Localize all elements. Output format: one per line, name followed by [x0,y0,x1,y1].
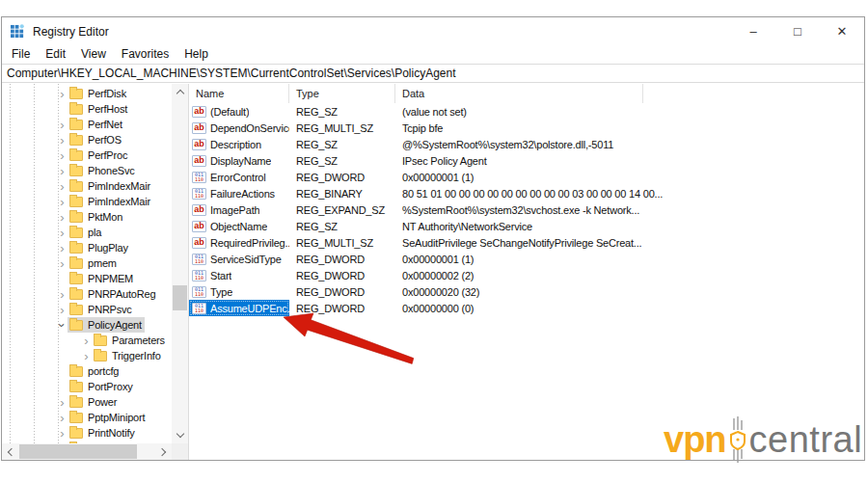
tree-item-perfproc[interactable]: PerfProc [2,147,172,163]
menu-item-file[interactable]: File [4,45,38,64]
tree-item-plugplay[interactable]: PlugPlay [2,240,172,255]
tree-item-policyagent[interactable]: PolicyAgent [2,317,172,333]
chevron-right-icon[interactable] [57,181,68,192]
chevron-right-icon[interactable] [57,89,68,99]
chevron-right-icon[interactable] [57,413,68,423]
folder-icon [69,166,83,176]
folder-icon [94,335,107,346]
value-row-type[interactable]: 011110TypeREG_DWORD0x00000020 (32) [189,283,864,300]
chevron-right-icon[interactable] [81,335,92,346]
registry-tree-panel: PerfDiskPerfHostPerfNetPerfOSPerfProcPho… [2,84,189,460]
maximize-button[interactable]: □ [775,17,820,45]
value-row-errorcontrol[interactable]: 011110ErrorControlREG_DWORD0x00000001 (1… [189,169,864,185]
chevron-right-icon[interactable] [57,197,68,207]
value-name: Description [210,139,261,150]
tree-item-power[interactable]: Power [2,394,172,410]
value-row--default-[interactable]: ab(Default)REG_SZ(value not set) [189,103,864,120]
tree-item-perfnet[interactable]: PerfNet [2,117,172,132]
chevron-right-icon[interactable] [57,120,68,130]
column-header-type[interactable]: Type [289,84,395,103]
value-name-cell: 011110FailureActions [189,185,289,201]
value-row-imagepath[interactable]: abImagePathREG_EXPAND_SZ%SystemRoot%\sys… [189,201,864,218]
tree-item-pnpmem[interactable]: PNPMEM [2,271,172,286]
tree-item-pla[interactable]: pla [2,225,172,240]
menu-item-view[interactable]: View [73,45,114,64]
address-bar-input[interactable]: Computer\HKEY_LOCAL_MACHINE\SYSTEM\Curre… [2,64,864,83]
tree-item-phonesvc[interactable]: PhoneSvc [2,163,172,178]
chevron-right-icon[interactable] [57,428,68,439]
value-row-start[interactable]: 011110StartREG_DWORD0x00000002 (2) [189,267,864,283]
chevron-right-icon[interactable] [57,397,68,408]
chevron-right-icon[interactable] [57,228,68,238]
tree-item-portproxy[interactable]: PortProxy [2,379,172,394]
tree-item-triggerinfo[interactable]: TriggerInfo [2,348,172,363]
tree-item-perfdisk[interactable]: PerfDisk [2,86,172,101]
menu-item-favorites[interactable]: Favorites [114,45,176,64]
value-data: (value not set) [395,106,864,118]
chevron-right-icon[interactable] [57,212,68,223]
folder-icon [94,351,107,362]
tree-item-portcfg[interactable]: portcfg [2,363,172,379]
watermark-central-text: central [749,419,863,461]
tree-item-pimindexmair[interactable]: PimIndexMair [2,194,172,209]
horizontal-scroll-thumb[interactable] [19,444,137,459]
chevron-right-icon[interactable] [81,351,92,362]
value-name: (Default) [210,106,249,118]
folder-icon [69,305,83,315]
value-row-dependonservice[interactable]: abDependOnServiceREG_MULTI_SZTcpip bfe [189,120,864,136]
scroll-right-button[interactable] [155,443,172,460]
close-button[interactable]: ✕ [820,17,864,45]
value-type: REG_SZ [289,106,395,118]
chevron-right-icon[interactable] [57,243,68,254]
tree-item-pmem[interactable]: pmem [2,255,172,271]
chevron-right-icon[interactable] [57,150,68,161]
value-row-failureactions[interactable]: 011110FailureActionsREG_BINARY80 51 01 0… [189,185,864,201]
tree-item-pktmon[interactable]: PktMon [2,209,172,225]
chevron-right-icon[interactable] [57,166,68,176]
chevron-right-icon[interactable] [57,305,68,315]
value-row-requiredprivileg-[interactable]: abRequiredPrivileg...REG_MULTI_SZSeAudit… [189,234,864,251]
value-row-displayname[interactable]: abDisplayNameREG_SZIPsec Policy Agent [189,152,864,169]
chevron-right-icon[interactable] [57,258,68,269]
tree-item-pnrpautoreg[interactable]: PNRPAutoReg [2,286,172,302]
value-type: REG_MULTI_SZ [289,237,395,249]
scrollbar-corner [172,443,188,460]
tree-horizontal-scrollbar[interactable] [2,443,172,460]
list-header: NameTypeData [189,84,864,103]
tree-item-label: PNRPsvc [88,304,132,315]
tree-item-pptpminiport[interactable]: PptpMiniport [2,410,172,425]
chevron-right-icon[interactable] [57,289,68,300]
value-row-servicesidtype[interactable]: 011110ServiceSidTypeREG_DWORD0x00000001 … [189,251,864,267]
tree-item-pimindexmair[interactable]: PimIndexMair [2,178,172,194]
tree-item-perfhost[interactable]: PerfHost [2,101,172,117]
scroll-down-button[interactable] [172,427,188,443]
vertical-scroll-thumb[interactable] [173,285,187,310]
folder-icon [69,104,83,115]
scroll-up-button[interactable] [172,84,188,100]
value-row-description[interactable]: abDescriptionREG_SZ@%SystemRoot%\system3… [189,136,864,152]
tree-item-pnrpsvc[interactable]: PNRPsvc [2,302,172,317]
tree-item-label: PerfNet [88,119,122,130]
column-header-data[interactable]: Data [395,84,643,103]
tree-item-printnotify[interactable]: PrintNotify [2,425,172,441]
chevron-down-icon[interactable] [57,320,68,331]
menu-item-help[interactable]: Help [176,45,216,64]
tree-item-label: PortProxy [88,381,133,392]
scroll-left-button[interactable] [2,443,18,460]
folder-icon [69,289,83,300]
value-data: 80 51 01 00 00 00 00 00 00 00 00 00 03 0… [395,188,864,200]
tree-item-body: PerfDisk [68,86,129,101]
value-data: 0x00000001 (1) [395,172,864,183]
menu-item-edit[interactable]: Edit [38,45,73,64]
minimize-button[interactable]: – [731,17,775,45]
tree-item-perfos[interactable]: PerfOS [2,132,172,147]
value-type: REG_DWORD [289,286,395,298]
tree-item-parameters[interactable]: Parameters [2,333,172,348]
column-header-name[interactable]: Name [189,84,289,103]
watermark-vpn-text: vpn [664,419,726,461]
chevron-right-icon[interactable] [57,135,68,146]
value-row-assumeudpenc-[interactable]: 011110AssumeUDPEnc...REG_DWORD0x00000000… [189,300,864,316]
value-data: 0x00000001 (1) [395,254,864,265]
tree-vertical-scrollbar[interactable] [172,84,188,443]
value-row-objectname[interactable]: abObjectNameREG_SZNT Authority\NetworkSe… [189,218,864,234]
